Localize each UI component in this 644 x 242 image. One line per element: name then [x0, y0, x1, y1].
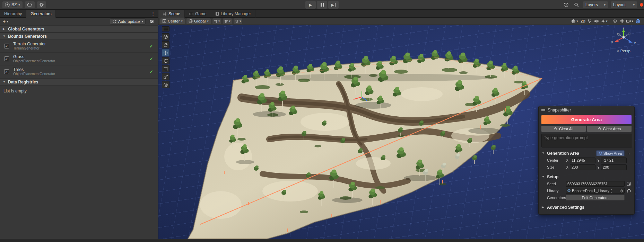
toolbar-right-group: Layers ▾ Layout ▾	[562, 1, 644, 8]
swap-library-icon[interactable]	[626, 189, 632, 193]
step-button[interactable]: ▶	[328, 1, 339, 9]
scene-lighting-button[interactable]	[588, 19, 592, 24]
generator-row-trees[interactable]: ✓ Trees ObjectPlacementGenerator ✓	[0, 65, 158, 78]
drag-handle-icon[interactable]	[541, 109, 545, 111]
cloud-services-button[interactable]	[25, 1, 35, 8]
settings-gear-button[interactable]	[37, 1, 46, 8]
generator-type: ObjectPlacementGenerator	[13, 72, 55, 76]
projection-toggle[interactable]: <Persp	[608, 49, 639, 53]
scene-viewport[interactable]: y x z <Persp Shapeshifter Generate Area …	[158, 25, 644, 239]
book-icon	[215, 12, 219, 16]
area-options-kebab-icon[interactable]: ⋮	[627, 151, 631, 156]
effects-dropdown[interactable]: ▾	[601, 19, 608, 23]
gamepad-icon	[189, 12, 193, 16]
scene-visibility-button[interactable]	[612, 19, 617, 23]
scene-camera-dropdown[interactable]: ▾	[626, 19, 633, 23]
move-tool-button[interactable]	[162, 49, 169, 56]
tab-game[interactable]: Game	[185, 10, 211, 18]
generate-area-button[interactable]: Generate Area	[541, 115, 632, 124]
rect-tool-button[interactable]	[162, 65, 169, 72]
size-label: Size	[547, 165, 564, 169]
toggle-2d-button[interactable]: 2D	[581, 19, 585, 23]
rotate-tool-button[interactable]	[162, 57, 169, 64]
library-label: Library	[547, 189, 564, 193]
chevron-down-icon: ▾	[207, 19, 209, 23]
generator-name: Grass	[13, 54, 55, 59]
section-global-generators[interactable]: ▶ Global Generators	[0, 25, 158, 33]
tab-hierarchy[interactable]: Hierarchy	[0, 10, 26, 18]
scene-tool-strip	[162, 26, 169, 88]
generation-prompt-input[interactable]	[541, 134, 632, 147]
status-check-icon: ✓	[149, 44, 153, 49]
center-y-input[interactable]	[601, 158, 627, 163]
grid-snap-dropdown[interactable]: ▾	[223, 18, 232, 24]
play-button[interactable]: ▶	[305, 1, 316, 9]
pause-button[interactable]	[317, 1, 327, 9]
clear-area-button[interactable]: Clear Area	[587, 126, 632, 132]
clear-all-button[interactable]: Clear All	[541, 126, 586, 132]
section-bounds-generators[interactable]: ▼ Bounds Generators	[0, 33, 158, 40]
advanced-settings-foldout[interactable]: ▶ Advanced Settings	[539, 204, 634, 211]
object-picker-icon[interactable]	[620, 189, 623, 192]
grid-icon	[214, 19, 218, 23]
generator-enabled-checkbox[interactable]: ✓	[4, 56, 9, 61]
scale-tool-button[interactable]	[162, 73, 169, 80]
shapeshifter-overlay-toggle[interactable]	[636, 19, 640, 24]
tab-library-manager[interactable]: Library Manager	[211, 10, 255, 18]
seed-input[interactable]	[566, 181, 625, 187]
add-icon: +	[3, 19, 6, 24]
generators-label: Generators	[547, 196, 564, 200]
generation-area-foldout[interactable]: ▼ Generation Area Show Area ⋮	[539, 150, 634, 157]
scene-grid-icon	[163, 12, 167, 16]
hand-tool-button[interactable]	[162, 41, 169, 48]
pivot-mode-dropdown[interactable]: Center ▾	[160, 18, 185, 24]
transform-tool-button[interactable]	[162, 81, 169, 88]
generator-settings-button[interactable]	[148, 18, 155, 25]
view-tool-button[interactable]	[162, 33, 169, 41]
search-button[interactable]	[573, 1, 580, 8]
center-x-input[interactable]	[570, 158, 595, 163]
chevron-down-icon: ▾	[632, 19, 633, 23]
generator-enabled-checkbox[interactable]: ✓	[4, 69, 9, 74]
generator-row-grass[interactable]: ✓ Grass ObjectPlacementGenerator ✓	[0, 53, 158, 65]
size-y-input[interactable]	[601, 164, 627, 170]
notification-dot[interactable]	[640, 3, 643, 7]
undo-history-button[interactable]	[562, 1, 570, 8]
scene-toolbar: Center ▾ Global ▾ ▾ ▾ ▾	[158, 18, 644, 25]
overlay-menu-icon[interactable]	[162, 26, 169, 32]
account-menu-button[interactable]: BZ ▾	[2, 1, 23, 8]
draw-mode-dropdown[interactable]: ▾	[571, 19, 578, 24]
hexagon-icon	[599, 152, 602, 155]
orientation-dropdown[interactable]: Global ▾	[186, 18, 211, 24]
generator-row-terrain[interactable]: ✓ Terrain Generator TerrainGenerator ✓	[0, 40, 158, 53]
auto-update-dropdown[interactable]: Auto-update ▾	[110, 18, 146, 25]
panel-menu-icon[interactable]: ⋮	[151, 11, 155, 16]
show-area-button[interactable]: Show Area	[596, 150, 625, 156]
snap-increment-dropdown[interactable]: ▾	[234, 18, 243, 24]
scene-tabs: Scene Game Library Manager	[158, 10, 644, 17]
cloud-icon	[27, 3, 33, 7]
scene-audio-button[interactable]	[594, 19, 599, 23]
randomize-seed-icon[interactable]	[626, 182, 632, 186]
clear-icon	[554, 127, 557, 131]
window-bottom-edge	[0, 239, 644, 242]
section-data-registries[interactable]: ▼ Data Registries	[0, 78, 158, 86]
chevron-left-icon: <	[617, 49, 619, 53]
size-x-input[interactable]	[570, 164, 595, 170]
layout-dropdown[interactable]: Layout ▾	[611, 1, 637, 8]
tab-scene[interactable]: Scene	[158, 10, 185, 18]
grid-visibility-dropdown[interactable]: ▾	[212, 18, 221, 24]
library-object-field[interactable]: BoosterPack1_Library (	[566, 188, 625, 194]
grid-toggle-button[interactable]	[620, 19, 624, 23]
layers-dropdown[interactable]: Layers ▾	[583, 1, 608, 8]
tab-generators[interactable]: Generators	[26, 10, 56, 18]
grid-icon	[620, 19, 624, 23]
add-generator-button[interactable]: + ▾	[3, 19, 8, 24]
generator-enabled-checkbox[interactable]: ✓	[4, 44, 9, 48]
chevron-down-icon: ▾	[604, 3, 606, 7]
generator-name: Terrain Generator	[13, 42, 46, 46]
shapeshifter-header[interactable]: Shapeshifter	[539, 106, 634, 114]
edit-generators-button[interactable]: Edit Generators	[566, 195, 625, 200]
setup-foldout[interactable]: ▼ Setup	[539, 173, 634, 180]
orientation-gizmo[interactable]: y x z <Persp	[608, 27, 639, 53]
